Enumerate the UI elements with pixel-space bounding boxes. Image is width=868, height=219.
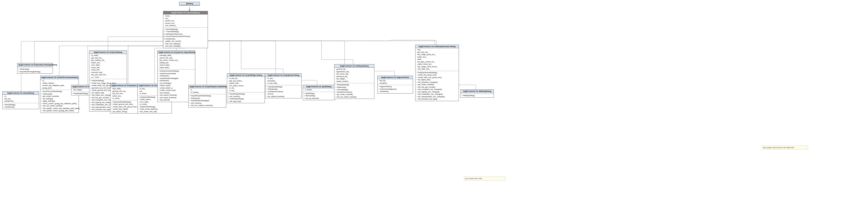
diagram-container: QDialog GpgFrontend::UI::GeneralDialog -… bbox=[0, 0, 868, 219]
keysetexpire-fields: - ui_ - m_subkey_ bbox=[189, 88, 226, 94]
exportkey-box: GpgFrontend::UI::ExportKey PackageDialog… bbox=[17, 63, 53, 74]
keyserver-import-fields: - message_label_ - search_line_edit_ - k… bbox=[158, 54, 195, 70]
quit-dialog-title: GpgFrontend::UI::QuitDialog bbox=[303, 85, 335, 88]
quit-dialog-methods: + QuitDialog() + hDiscarded() + slot_my_… bbox=[303, 92, 335, 100]
note-key-usage: key usage check boxes max date time bbox=[762, 146, 808, 149]
subkey-generate-title: GpgFrontend::UI::SubKeyGenerate Dialog bbox=[415, 45, 459, 48]
gnupg-controller-title: GpgFrontend::UI::GnuPGControllerDialog bbox=[40, 76, 79, 79]
exportkey-methods: + SlotAccept() + ExportKeyPackageDialog(… bbox=[18, 68, 53, 73]
settings-dialog-title: GpgFrontend::UI::SettingsDialog bbox=[334, 65, 374, 68]
settings-dialog-methods: + SettingsDialog() + SlotAccept() + List… bbox=[334, 83, 374, 99]
waiting-dialog-methods: + WaitingDialog() bbox=[461, 94, 494, 98]
signers-picker-methods: + SignersPicker() + GetCheckedSigners() … bbox=[378, 85, 413, 93]
keygen-dialog-title: GpgFrontend::UI::KeyGenDialog bbox=[89, 51, 127, 54]
quit-dialog-fields: - m_filelist_ bbox=[303, 88, 335, 92]
subkey-generate-fields: - key_ - gen_key_info_ - key_usage_group… bbox=[415, 48, 459, 71]
qdialog-box: QDialog bbox=[179, 2, 200, 5]
keyserver-import-title: GpgFrontend::UI::KeyServer ImportDialog bbox=[158, 51, 195, 54]
keyuid-sign-title: GpgFrontend::UI::KeyUIDSign Dialog bbox=[227, 74, 265, 77]
keysetexpire-methods: + KeySetExpireDateDialog() + SlotImport(… bbox=[189, 94, 226, 107]
keyuid-sign-fields: - m_key_list_ - sign_key_button_ - expir… bbox=[227, 77, 265, 93]
keyuid-sign-methods: + KeyUIDSignDialog() + slot_confirm() + … bbox=[227, 93, 265, 103]
about-dialog-fields: - ui_ - key_ids_ - passphrase_ bbox=[2, 95, 39, 103]
signers-picker-title: GpgFrontend::UI::SignersPicker bbox=[378, 76, 413, 79]
about-dialog-title: GpgFrontend::UI::AboutDialog bbox=[2, 92, 39, 95]
about-dialog-methods: + AboutDialog() + showEvent() bbox=[2, 103, 39, 109]
quit-dialog-box: GpgFrontend::UI::QuitDialog - m_filelist… bbox=[303, 85, 335, 100]
keyuid-sign-box: GpgFrontend::UI::KeyUIDSign Dialog - m_k… bbox=[227, 73, 265, 103]
keyupload-methods: + KeyUploadDialog() + SlotUpload() + Get… bbox=[266, 85, 301, 98]
general-dialog-methods: + GeneralDialog() + ~GeneralDialog() # s… bbox=[163, 28, 208, 48]
keysetexpire-box: GpgFrontend::UI::KeySetExpire DateDialog… bbox=[188, 85, 226, 108]
keyupload-title: GpgFrontend::UI::KeyUpload Dialog bbox=[266, 74, 301, 77]
note-create-new-vida: clot Create Dew Vida bbox=[464, 177, 505, 180]
general-dialog-box: GpgFrontend::UI::GeneralDialog - name_ -… bbox=[163, 11, 208, 48]
subkey-generate-box: GpgFrontend::UI::SubKeyGenerate Dialog -… bbox=[415, 45, 459, 101]
about-dialog-box: GpgFrontend::UI::AboutDialog - ui_ - key… bbox=[2, 91, 39, 109]
waiting-dialog-box: GpgFrontend::UI::WaitingDialog + Waiting… bbox=[461, 89, 494, 98]
keysetexpire-title: GpgFrontend::UI::KeySetExpire DateDialog bbox=[189, 85, 226, 88]
general-dialog-title: GpgFrontend::UI::GeneralDialog bbox=[163, 11, 208, 14]
settings-dialog-box: GpgFrontend::UI::SettingsDialog - genera… bbox=[334, 64, 374, 99]
exportkey-title: GpgFrontend::UI::ExportKey PackageDialog bbox=[18, 63, 53, 67]
keyupload-fields: - m_key_ - discarded_ - m_key_data_ bbox=[266, 77, 301, 85]
keyupload-box: GpgFrontend::UI::KeyUpload Dialog - m_ke… bbox=[265, 73, 302, 98]
subkey-generate-methods: + SubKeyGenerateDialog() + create_key_gr… bbox=[415, 71, 459, 101]
keygen-dialog-fields: - re_email_ - gen_key_info_ - gen_subkey… bbox=[89, 54, 127, 79]
settings-dialog-fields: - general_tab_ - appearance_tab_ - key_s… bbox=[334, 68, 374, 83]
qdialog-title: QDialog bbox=[179, 2, 199, 5]
general-dialog-fields: - name_ - rect_ - parent_rect_ - screen_… bbox=[163, 14, 208, 28]
signers-picker-fields: - key_list_ - accepted_ bbox=[378, 79, 413, 85]
waiting-dialog-title: GpgFrontend::UI::WaitingDialog bbox=[461, 90, 494, 93]
signers-picker-box: GpgFrontend::UI::SignersPicker - key_lis… bbox=[377, 76, 413, 94]
